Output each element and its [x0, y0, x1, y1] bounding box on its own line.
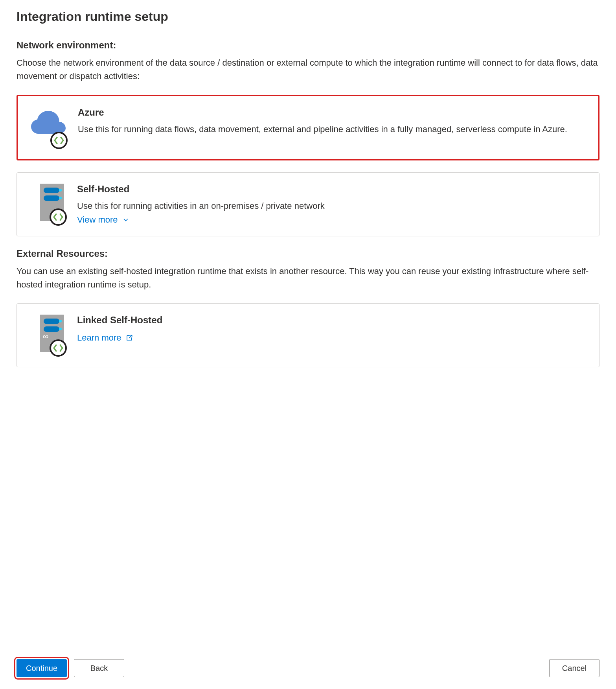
view-more-label: View more — [77, 215, 118, 225]
option-self-hosted-description: Use this for running activities in an on… — [77, 199, 587, 212]
linked-server-icon: ∞ — [29, 315, 66, 356]
option-azure-title: Azure — [78, 107, 587, 118]
view-more-link[interactable]: View more — [77, 215, 130, 225]
page-title: Integration runtime setup — [17, 9, 599, 24]
server-icon — [29, 184, 66, 225]
footer: Continue Back Cancel — [0, 651, 616, 689]
learn-more-link[interactable]: Learn more — [77, 333, 133, 343]
option-azure-description: Use this for running data flows, data mo… — [78, 123, 587, 136]
option-azure[interactable]: Azure Use this for running data flows, d… — [17, 95, 599, 160]
cancel-button[interactable]: Cancel — [549, 659, 599, 677]
azure-cloud-icon — [29, 107, 67, 148]
external-resources-description: You can use an existing self-hosted inte… — [17, 265, 599, 291]
option-self-hosted[interactable]: Self-Hosted Use this for running activit… — [17, 172, 599, 236]
learn-more-label: Learn more — [77, 333, 121, 343]
network-environment-description: Choose the network environment of the da… — [17, 56, 599, 83]
external-resources-label: External Resources: — [17, 248, 599, 259]
option-linked-self-hosted-title: Linked Self-Hosted — [77, 315, 587, 326]
chevron-down-icon — [122, 216, 130, 224]
back-button[interactable]: Back — [74, 659, 124, 677]
option-linked-self-hosted[interactable]: ∞ Linked Self-Hosted Learn more — [17, 303, 599, 367]
continue-button[interactable]: Continue — [17, 659, 67, 677]
external-link-icon — [125, 334, 133, 342]
network-environment-label: Network environment: — [17, 40, 599, 51]
option-self-hosted-title: Self-Hosted — [77, 184, 587, 195]
